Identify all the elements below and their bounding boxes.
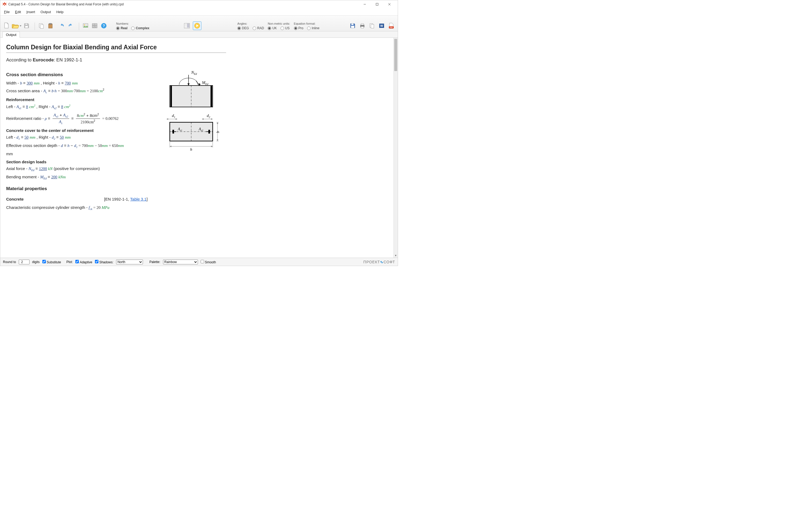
svg-text:h: h bbox=[190, 147, 192, 152]
round-to-label: Round to bbox=[3, 260, 16, 264]
app-logo-icon bbox=[2, 2, 7, 6]
svg-rect-28 bbox=[187, 26, 189, 27]
image-icon bbox=[82, 23, 89, 28]
word-icon: W bbox=[379, 23, 384, 29]
export-word-button[interactable]: W bbox=[377, 21, 386, 30]
column-diagram-svg: NEd MEd d1 d2 bbox=[165, 70, 226, 161]
redo-button[interactable] bbox=[67, 21, 75, 30]
image-button[interactable] bbox=[81, 21, 90, 30]
svg-text:PDF: PDF bbox=[390, 26, 393, 28]
folder-open-icon bbox=[12, 23, 20, 29]
moment-line: Bending moment - MEd = 200 kNm bbox=[6, 174, 156, 181]
radio-inline[interactable]: Inline bbox=[307, 26, 319, 30]
cover-lr-line: Left - d1 = 50 mm , Right - d2 = 50 mm bbox=[6, 134, 156, 141]
standard-reference: According to Eurocode: EN 1992-1-1 bbox=[6, 57, 387, 63]
window-title: Calcpad 5.4 - Column Design for Biaxial … bbox=[8, 2, 359, 6]
close-button[interactable] bbox=[383, 0, 396, 8]
reinf-ratio-line: Reinforcement ratio - ρ = As1 + As2Ac = … bbox=[6, 112, 156, 126]
pdf-icon: PDF bbox=[388, 22, 394, 29]
scroll-down-icon[interactable]: ▼ bbox=[394, 253, 398, 258]
mm-line: mm bbox=[6, 151, 156, 157]
radio-pro[interactable]: Pro bbox=[294, 26, 304, 30]
axial-line: Axial force - NEd = 1200 kN (positive fo… bbox=[6, 166, 156, 172]
reinf-lr-line: Left - As1 = 8 cm2 , Right - As2 = 8 cm2 bbox=[6, 103, 156, 111]
help-button[interactable]: ? bbox=[99, 21, 108, 30]
radio-real[interactable]: Real bbox=[116, 26, 127, 30]
new-file-icon bbox=[4, 22, 10, 29]
radio-us[interactable]: US bbox=[281, 26, 290, 30]
menu-edit[interactable]: Edit bbox=[12, 9, 24, 15]
section-reinforcement: Reinforcement bbox=[6, 97, 156, 102]
svg-text:b: b bbox=[216, 131, 220, 133]
table-3-1-link[interactable]: Table 3.1 bbox=[130, 197, 147, 202]
help-icon: ? bbox=[101, 23, 107, 29]
shadows-select[interactable]: North bbox=[116, 260, 143, 264]
diskette-icon bbox=[350, 23, 356, 29]
scroll-thumb[interactable] bbox=[394, 39, 397, 71]
menu-insert[interactable]: Insert bbox=[24, 9, 38, 15]
svg-line-43 bbox=[196, 81, 199, 86]
palette-select[interactable]: Rainbow bbox=[163, 260, 198, 264]
svg-rect-36 bbox=[371, 24, 374, 28]
table-button[interactable]: +−×= bbox=[90, 21, 99, 30]
eqfmt-label: Equation format: bbox=[294, 22, 319, 25]
tab-row: Output bbox=[0, 31, 398, 38]
statusbar: Round to digits Substitute Plot: Adaptiv… bbox=[0, 258, 398, 266]
open-file-button[interactable]: ▼ bbox=[12, 21, 22, 30]
copy-doc-button[interactable] bbox=[368, 21, 376, 30]
digits-input[interactable] bbox=[19, 260, 30, 264]
export-pdf-button[interactable]: PDF bbox=[387, 21, 396, 30]
radio-deg[interactable]: DEG bbox=[238, 26, 249, 30]
en-reference: [EN 1992-1-1, Table 3.1] bbox=[104, 197, 148, 202]
toolbar: ▼ +−×= ? Numbers: Real Complex bbox=[0, 15, 398, 31]
digits-label: digits bbox=[32, 260, 40, 264]
save-icon bbox=[24, 23, 30, 29]
section-cover: Concrete cover to the center of reinforc… bbox=[6, 128, 156, 133]
shadows-checkbox[interactable]: Shadows: bbox=[95, 260, 113, 264]
run-button[interactable] bbox=[193, 21, 202, 30]
menu-output[interactable]: Output bbox=[38, 9, 54, 15]
radio-complex[interactable]: Complex bbox=[131, 26, 149, 30]
svg-point-12 bbox=[84, 24, 85, 25]
table-icon: +−×= bbox=[92, 23, 98, 28]
vertical-scrollbar[interactable]: ▲ ▼ bbox=[394, 38, 398, 258]
tab-output[interactable]: Output bbox=[2, 32, 20, 38]
smooth-checkbox[interactable]: Smooth bbox=[201, 260, 216, 264]
document-copy-icon bbox=[369, 23, 375, 29]
svg-rect-8 bbox=[40, 25, 43, 28]
svg-text:+: + bbox=[93, 24, 94, 26]
svg-rect-46 bbox=[170, 86, 172, 107]
fck-line: Characteristic compressive cylinder stre… bbox=[6, 205, 387, 211]
numbers-label: Numbers: bbox=[116, 22, 149, 25]
copy-icon bbox=[38, 23, 44, 29]
paste-button[interactable] bbox=[46, 21, 55, 30]
new-file-button[interactable] bbox=[2, 21, 11, 30]
menu-help[interactable]: Help bbox=[54, 9, 66, 15]
svg-rect-10 bbox=[49, 23, 52, 24]
save-button[interactable] bbox=[22, 21, 31, 30]
radio-rad[interactable]: RAD bbox=[253, 26, 264, 30]
adaptive-checkbox[interactable]: Adaptive bbox=[75, 260, 92, 264]
svg-rect-47 bbox=[210, 86, 212, 107]
form-view-button[interactable] bbox=[183, 21, 191, 30]
export-save-button[interactable] bbox=[348, 21, 357, 30]
undo-button[interactable] bbox=[57, 21, 66, 30]
maximize-button[interactable] bbox=[371, 0, 383, 8]
substitute-checkbox[interactable]: Substitute bbox=[42, 260, 61, 264]
titlebar: Calcpad 5.4 - Column Design for Biaxial … bbox=[0, 0, 398, 8]
svg-text:d1: d1 bbox=[172, 113, 175, 118]
effective-depth-line: Effective cross section depth - d = h − … bbox=[6, 142, 156, 149]
width-height-line: Width - b = 300 mm , Height - h = 700 mm bbox=[6, 80, 156, 86]
copy-button[interactable] bbox=[37, 21, 45, 30]
svg-rect-30 bbox=[351, 24, 354, 25]
plot-label: Plot: bbox=[66, 260, 73, 264]
company-logo: ПРОЕКТ∿СОФТ bbox=[363, 260, 395, 264]
menu-file[interactable]: File bbox=[1, 9, 12, 15]
print-icon bbox=[359, 23, 365, 29]
svg-text:MEd: MEd bbox=[202, 80, 209, 86]
minimize-button[interactable] bbox=[359, 0, 371, 8]
svg-point-0 bbox=[4, 4, 5, 5]
radio-uk[interactable]: UK bbox=[268, 26, 277, 30]
print-button[interactable] bbox=[358, 21, 367, 30]
svg-rect-31 bbox=[351, 26, 354, 28]
